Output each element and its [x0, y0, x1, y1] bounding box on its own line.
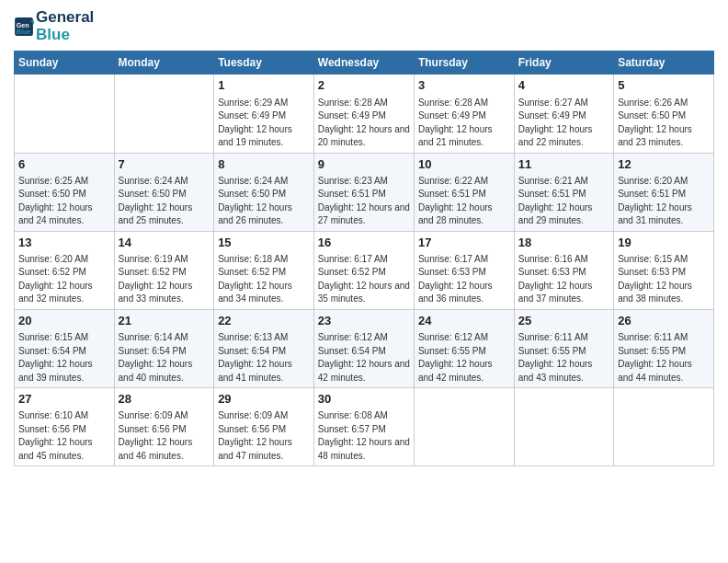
day-detail: Sunrise: 6:10 AM Sunset: 6:56 PM Dayligh…	[18, 409, 110, 463]
day-cell: 2Sunrise: 6:28 AM Sunset: 6:49 PM Daylig…	[313, 75, 414, 153]
day-number: 27	[18, 391, 110, 408]
day-number: 20	[18, 313, 110, 329]
day-number: 14	[119, 235, 210, 251]
day-cell: 12Sunrise: 6:20 AM Sunset: 6:51 PM Dayli…	[614, 153, 714, 231]
day-cell: 28Sunrise: 6:09 AM Sunset: 6:56 PM Dayli…	[114, 388, 214, 466]
day-detail: Sunrise: 6:19 AM Sunset: 6:52 PM Dayligh…	[119, 253, 210, 306]
day-number: 22	[218, 313, 310, 329]
day-cell	[114, 75, 214, 153]
day-detail: Sunrise: 6:21 AM Sunset: 6:51 PM Dayligh…	[518, 175, 609, 228]
day-detail: Sunrise: 6:11 AM Sunset: 6:55 PM Dayligh…	[618, 331, 710, 385]
day-cell: 7Sunrise: 6:24 AM Sunset: 6:50 PM Daylig…	[114, 153, 214, 231]
day-cell: 26Sunrise: 6:11 AM Sunset: 6:55 PM Dayli…	[614, 309, 714, 387]
day-detail: Sunrise: 6:12 AM Sunset: 6:54 PM Dayligh…	[318, 331, 410, 385]
day-number: 13	[18, 235, 110, 251]
col-header-saturday: Saturday	[614, 52, 714, 75]
calendar-table: SundayMondayTuesdayWednesdayThursdayFrid…	[14, 51, 714, 466]
day-number: 21	[119, 313, 210, 329]
day-number: 12	[618, 156, 710, 173]
day-cell: 29Sunrise: 6:09 AM Sunset: 6:56 PM Dayli…	[214, 388, 314, 466]
day-number: 3	[418, 77, 510, 94]
day-number: 5	[618, 77, 710, 94]
week-row-4: 20Sunrise: 6:15 AM Sunset: 6:54 PM Dayli…	[15, 309, 714, 387]
day-detail: Sunrise: 6:24 AM Sunset: 6:50 PM Dayligh…	[218, 175, 310, 228]
day-number: 6	[18, 156, 110, 173]
day-cell: 15Sunrise: 6:18 AM Sunset: 6:52 PM Dayli…	[214, 231, 314, 309]
day-number: 25	[518, 313, 609, 329]
week-row-1: 1Sunrise: 6:29 AM Sunset: 6:49 PM Daylig…	[15, 75, 714, 153]
col-header-wednesday: Wednesday	[313, 52, 414, 75]
day-detail: Sunrise: 6:20 AM Sunset: 6:51 PM Dayligh…	[618, 175, 710, 228]
col-header-friday: Friday	[514, 52, 613, 75]
day-cell: 23Sunrise: 6:12 AM Sunset: 6:54 PM Dayli…	[313, 309, 414, 387]
day-detail: Sunrise: 6:20 AM Sunset: 6:52 PM Dayligh…	[18, 253, 110, 306]
day-number: 2	[318, 77, 410, 94]
logo-general: General	[36, 9, 94, 27]
day-detail: Sunrise: 6:08 AM Sunset: 6:57 PM Dayligh…	[318, 409, 410, 463]
day-detail: Sunrise: 6:17 AM Sunset: 6:52 PM Dayligh…	[318, 253, 410, 306]
col-header-sunday: Sunday	[15, 52, 115, 75]
day-number: 30	[318, 391, 410, 408]
day-cell: 14Sunrise: 6:19 AM Sunset: 6:52 PM Dayli…	[114, 231, 214, 309]
day-number: 29	[218, 391, 310, 408]
day-cell: 11Sunrise: 6:21 AM Sunset: 6:51 PM Dayli…	[514, 153, 613, 231]
day-number: 24	[418, 313, 510, 329]
week-row-5: 27Sunrise: 6:10 AM Sunset: 6:56 PM Dayli…	[15, 388, 714, 466]
day-detail: Sunrise: 6:12 AM Sunset: 6:55 PM Dayligh…	[418, 331, 510, 385]
day-detail: Sunrise: 6:18 AM Sunset: 6:52 PM Dayligh…	[218, 253, 310, 306]
col-header-thursday: Thursday	[414, 52, 514, 75]
day-cell	[514, 388, 613, 466]
day-cell: 20Sunrise: 6:15 AM Sunset: 6:54 PM Dayli…	[15, 309, 115, 387]
week-row-2: 6Sunrise: 6:25 AM Sunset: 6:50 PM Daylig…	[15, 153, 714, 231]
day-detail: Sunrise: 6:27 AM Sunset: 6:49 PM Dayligh…	[518, 97, 609, 150]
day-cell: 3Sunrise: 6:28 AM Sunset: 6:49 PM Daylig…	[414, 75, 514, 153]
col-header-monday: Monday	[114, 52, 214, 75]
day-cell: 5Sunrise: 6:26 AM Sunset: 6:50 PM Daylig…	[614, 75, 714, 153]
day-cell	[414, 388, 514, 466]
day-cell: 22Sunrise: 6:13 AM Sunset: 6:54 PM Dayli…	[214, 309, 314, 387]
day-detail: Sunrise: 6:28 AM Sunset: 6:49 PM Dayligh…	[318, 97, 410, 150]
day-detail: Sunrise: 6:09 AM Sunset: 6:56 PM Dayligh…	[218, 409, 310, 463]
day-detail: Sunrise: 6:28 AM Sunset: 6:49 PM Dayligh…	[418, 97, 510, 150]
day-cell: 16Sunrise: 6:17 AM Sunset: 6:52 PM Dayli…	[313, 231, 414, 309]
week-row-3: 13Sunrise: 6:20 AM Sunset: 6:52 PM Dayli…	[15, 231, 714, 309]
day-number: 10	[418, 156, 510, 173]
day-number: 7	[119, 156, 210, 173]
day-number: 11	[518, 156, 609, 173]
day-number: 15	[218, 235, 310, 251]
day-cell: 21Sunrise: 6:14 AM Sunset: 6:54 PM Dayli…	[114, 309, 214, 387]
day-cell: 18Sunrise: 6:16 AM Sunset: 6:53 PM Dayli…	[514, 231, 613, 309]
day-cell: 6Sunrise: 6:25 AM Sunset: 6:50 PM Daylig…	[15, 153, 115, 231]
day-cell: 10Sunrise: 6:22 AM Sunset: 6:51 PM Dayli…	[414, 153, 514, 231]
day-detail: Sunrise: 6:15 AM Sunset: 6:54 PM Dayligh…	[18, 331, 110, 385]
day-detail: Sunrise: 6:16 AM Sunset: 6:53 PM Dayligh…	[518, 253, 609, 306]
day-detail: Sunrise: 6:22 AM Sunset: 6:51 PM Dayligh…	[418, 175, 510, 228]
day-number: 23	[318, 313, 410, 329]
day-number: 1	[218, 77, 310, 94]
day-cell: 13Sunrise: 6:20 AM Sunset: 6:52 PM Dayli…	[15, 231, 115, 309]
day-detail: Sunrise: 6:14 AM Sunset: 6:54 PM Dayligh…	[119, 331, 210, 385]
calendar-header-row: SundayMondayTuesdayWednesdayThursdayFrid…	[15, 52, 714, 75]
day-detail: Sunrise: 6:11 AM Sunset: 6:55 PM Dayligh…	[518, 331, 609, 385]
day-detail: Sunrise: 6:09 AM Sunset: 6:56 PM Dayligh…	[119, 409, 210, 463]
day-detail: Sunrise: 6:24 AM Sunset: 6:50 PM Dayligh…	[119, 175, 210, 228]
day-cell: 1Sunrise: 6:29 AM Sunset: 6:49 PM Daylig…	[214, 75, 314, 153]
day-cell: 24Sunrise: 6:12 AM Sunset: 6:55 PM Dayli…	[414, 309, 514, 387]
page-header: Gen Blue General Blue	[14, 9, 714, 43]
logo: Gen Blue General Blue	[14, 9, 94, 43]
day-detail: Sunrise: 6:15 AM Sunset: 6:53 PM Dayligh…	[618, 253, 710, 306]
day-cell: 17Sunrise: 6:17 AM Sunset: 6:53 PM Dayli…	[414, 231, 514, 309]
day-cell	[614, 388, 714, 466]
svg-text:Blue: Blue	[17, 28, 31, 35]
day-cell: 4Sunrise: 6:27 AM Sunset: 6:49 PM Daylig…	[514, 75, 613, 153]
day-detail: Sunrise: 6:26 AM Sunset: 6:50 PM Dayligh…	[618, 97, 710, 150]
day-cell: 25Sunrise: 6:11 AM Sunset: 6:55 PM Dayli…	[514, 309, 613, 387]
day-detail: Sunrise: 6:13 AM Sunset: 6:54 PM Dayligh…	[218, 331, 310, 385]
day-number: 26	[618, 313, 710, 329]
logo-icon: Gen Blue	[14, 17, 34, 37]
day-cell: 19Sunrise: 6:15 AM Sunset: 6:53 PM Dayli…	[614, 231, 714, 309]
day-number: 17	[418, 235, 510, 251]
day-detail: Sunrise: 6:23 AM Sunset: 6:51 PM Dayligh…	[318, 175, 410, 228]
day-detail: Sunrise: 6:25 AM Sunset: 6:50 PM Dayligh…	[18, 175, 110, 228]
day-number: 4	[518, 77, 609, 94]
